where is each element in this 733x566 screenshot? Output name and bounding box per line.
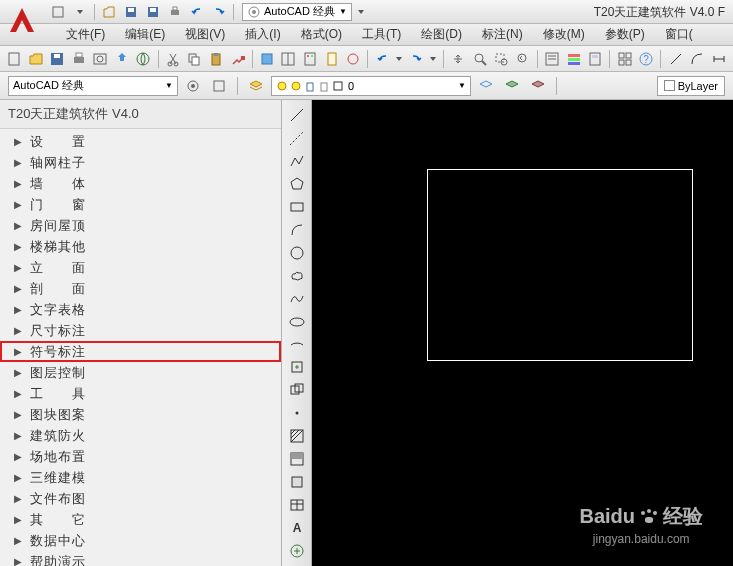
help-icon[interactable]: ?: [636, 48, 657, 70]
tree-item[interactable]: ▶符号标注: [0, 341, 281, 362]
saveas-button[interactable]: [143, 3, 163, 21]
construction-line-icon[interactable]: [285, 127, 309, 149]
new-file-icon[interactable]: [4, 48, 25, 70]
line-icon[interactable]: [285, 104, 309, 126]
menu-item[interactable]: 绘图(D): [411, 24, 472, 45]
gradient-icon[interactable]: [285, 448, 309, 470]
publish-icon[interactable]: [112, 48, 133, 70]
menu-item[interactable]: 窗口(: [655, 24, 703, 45]
print-button[interactable]: [165, 3, 185, 21]
make-block-icon[interactable]: [285, 379, 309, 401]
markup-icon[interactable]: [343, 48, 364, 70]
global-icon[interactable]: [133, 48, 154, 70]
undo-dropdown[interactable]: [394, 48, 405, 70]
cut-icon[interactable]: [163, 48, 184, 70]
point-icon[interactable]: [285, 402, 309, 424]
preview-icon[interactable]: [90, 48, 111, 70]
tree-item[interactable]: ▶文件布图: [0, 488, 281, 509]
tree-item[interactable]: ▶尺寸标注: [0, 320, 281, 341]
tree-item[interactable]: ▶文字表格: [0, 299, 281, 320]
sheet-set-icon[interactable]: [321, 48, 342, 70]
mtext-icon[interactable]: A: [285, 517, 309, 539]
add-icon[interactable]: [285, 540, 309, 562]
paste-icon[interactable]: [206, 48, 227, 70]
tree-item[interactable]: ▶场地布置: [0, 446, 281, 467]
save-icon[interactable]: [47, 48, 68, 70]
dimension-icon[interactable]: [708, 48, 729, 70]
tree-item[interactable]: ▶房间屋顶: [0, 215, 281, 236]
save-button[interactable]: [121, 3, 141, 21]
grid-icon[interactable]: [614, 48, 635, 70]
layer-props-icon[interactable]: [563, 48, 584, 70]
menu-item[interactable]: 标注(N): [472, 24, 533, 45]
rectangle-icon[interactable]: [285, 196, 309, 218]
properties-icon[interactable]: [542, 48, 563, 70]
color-control[interactable]: ByLayer: [657, 76, 725, 96]
redo-button[interactable]: [209, 3, 229, 21]
tree-item[interactable]: ▶工 具: [0, 383, 281, 404]
circle-icon[interactable]: [285, 242, 309, 264]
print-icon[interactable]: [69, 48, 90, 70]
block-icon[interactable]: [257, 48, 278, 70]
workspace-save-icon[interactable]: [208, 75, 230, 97]
arc-icon[interactable]: [285, 219, 309, 241]
menu-item[interactable]: 参数(P): [595, 24, 655, 45]
dropdown-arrow[interactable]: [70, 3, 90, 21]
match-icon[interactable]: [227, 48, 248, 70]
menu-item[interactable]: 插入(I): [235, 24, 290, 45]
open-button[interactable]: [99, 3, 119, 21]
tree-item[interactable]: ▶帮助演示: [0, 551, 281, 566]
insert-block-icon[interactable]: [285, 356, 309, 378]
tree-item[interactable]: ▶墙 体: [0, 173, 281, 194]
layer-state-icon[interactable]: [527, 75, 549, 97]
menu-item[interactable]: 工具(T): [352, 24, 411, 45]
arc-cmd-icon[interactable]: [687, 48, 708, 70]
gear-icon[interactable]: [182, 75, 204, 97]
layer-iso-icon[interactable]: [475, 75, 497, 97]
hatch-icon[interactable]: [285, 425, 309, 447]
redo-icon[interactable]: [406, 48, 427, 70]
tree-item[interactable]: ▶门 窗: [0, 194, 281, 215]
design-center-icon[interactable]: [278, 48, 299, 70]
tree-item[interactable]: ▶建筑防火: [0, 425, 281, 446]
redo-dropdown[interactable]: [428, 48, 439, 70]
tree-item[interactable]: ▶设 置: [0, 131, 281, 152]
menu-item[interactable]: 编辑(E): [115, 24, 175, 45]
workspace-combo[interactable]: AutoCAD 经典 ▼: [8, 76, 178, 96]
polyline-icon[interactable]: [285, 150, 309, 172]
undo-icon[interactable]: [372, 48, 393, 70]
undo-button[interactable]: [187, 3, 207, 21]
spline-icon[interactable]: [285, 288, 309, 310]
new-button[interactable]: [48, 3, 68, 21]
tree-item[interactable]: ▶三维建模: [0, 467, 281, 488]
tree-item[interactable]: ▶图层控制: [0, 362, 281, 383]
tree-item[interactable]: ▶轴网柱子: [0, 152, 281, 173]
tree-item[interactable]: ▶数据中心: [0, 530, 281, 551]
tree-item[interactable]: ▶楼梯其他: [0, 236, 281, 257]
layer-combo[interactable]: 0 ▼: [271, 76, 471, 96]
workspace-dropdown[interactable]: [354, 3, 368, 21]
tree-item[interactable]: ▶剖 面: [0, 278, 281, 299]
ellipse-arc-icon[interactable]: [285, 334, 309, 356]
menu-item[interactable]: 文件(F): [56, 24, 115, 45]
layer-manager-icon[interactable]: [245, 75, 267, 97]
line-cmd-icon[interactable]: [665, 48, 686, 70]
zoom-realtime-icon[interactable]: [469, 48, 490, 70]
menu-item[interactable]: 修改(M): [533, 24, 595, 45]
zoom-previous-icon[interactable]: [512, 48, 533, 70]
region-icon[interactable]: [285, 471, 309, 493]
tree-item[interactable]: ▶图块图案: [0, 404, 281, 425]
table-icon[interactable]: [285, 494, 309, 516]
zoom-window-icon[interactable]: [491, 48, 512, 70]
calc-icon[interactable]: [585, 48, 606, 70]
tool-palette-icon[interactable]: [300, 48, 321, 70]
tree-item[interactable]: ▶立 面: [0, 257, 281, 278]
workspace-selector[interactable]: AutoCAD 经典 ▼: [242, 3, 352, 21]
open-file-icon[interactable]: [26, 48, 47, 70]
pan-icon[interactable]: [448, 48, 469, 70]
polygon-icon[interactable]: [285, 173, 309, 195]
layer-prev-icon[interactable]: [501, 75, 523, 97]
ellipse-icon[interactable]: [285, 311, 309, 333]
menu-item[interactable]: 视图(V): [175, 24, 235, 45]
menu-item[interactable]: 格式(O): [291, 24, 352, 45]
